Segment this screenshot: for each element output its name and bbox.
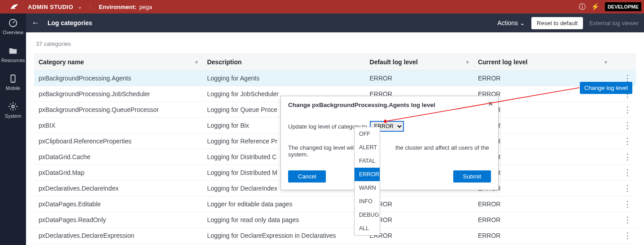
- cell-desc: Logger for editable data pages: [202, 196, 365, 212]
- app-switcher-chevron-icon[interactable]: ⌄: [78, 4, 82, 10]
- sidebar-item-overview[interactable]: Overview: [0, 13, 26, 41]
- table-row[interactable]: pxBackgroundProcessing.AgentsLogging for…: [34, 71, 636, 86]
- table-row[interactable]: pxDataPages.ReadOnlyLogging for read onl…: [34, 212, 636, 228]
- row-menu-icon[interactable]: ⋮: [612, 181, 636, 196]
- log-level-dropdown-list: OFFALERTFATALERRORWARNINFODEBUGALL: [354, 127, 380, 236]
- cell-def: ERROR: [365, 244, 473, 245]
- cell-name: pxDeclaratives.DeclareExpression: [34, 228, 202, 244]
- cell-name: pxDataPages.Editable: [34, 196, 202, 212]
- actions-menu[interactable]: Actions ⌄: [497, 19, 525, 27]
- cell-name: pxClipboard.ReferenceProperties: [34, 134, 202, 149]
- sidebar-item-label: Overview: [3, 30, 23, 35]
- table-row[interactable]: pxDeclaratives.DeclareExpressionLogging …: [34, 228, 636, 244]
- col-category-name[interactable]: Category name▾: [34, 54, 202, 71]
- row-menu-icon[interactable]: ⋮: [612, 102, 636, 118]
- sidebar-item-resources[interactable]: Resources: [0, 41, 26, 69]
- cell-def: ERROR: [365, 212, 473, 228]
- row-menu-icon[interactable]: ⋮: [612, 196, 636, 212]
- cell-name: pxDataPages.ReadOnly: [34, 212, 202, 228]
- left-sidebar: Overview Resources Mobile System: [0, 13, 26, 245]
- help-icon[interactable]: ⓘ: [579, 3, 586, 11]
- dropdown-option[interactable]: INFO: [355, 195, 380, 208]
- bolt-icon[interactable]: ⚡: [591, 3, 600, 11]
- app-title: ADMIN STUDIO: [26, 4, 73, 10]
- submit-button[interactable]: Submit: [453, 170, 491, 183]
- change-log-level-menu-item[interactable]: Change log level: [580, 82, 632, 94]
- cancel-button[interactable]: Cancel: [288, 170, 326, 183]
- cell-desc: Logging for DeclareExpression in Declara…: [202, 228, 365, 244]
- col-current-level[interactable]: Current log level▾: [473, 54, 612, 71]
- cell-name: pxDataGrid.Cache: [34, 149, 202, 165]
- page-title: Log categories: [48, 19, 92, 27]
- cell-def: ERROR: [365, 71, 473, 86]
- cell-name: pxDataGrid.Map: [34, 165, 202, 181]
- row-menu-icon[interactable]: ⋮: [612, 149, 636, 165]
- dev-tag: DEVELOPME: [605, 2, 641, 11]
- sub-bar: ← Log categories Actions ⌄ Reset to defa…: [26, 13, 644, 32]
- sidebar-item-label: Mobile: [6, 85, 20, 91]
- svg-point-3: [12, 105, 14, 108]
- row-menu-icon[interactable]: ⋮: [612, 165, 636, 181]
- close-icon[interactable]: ✕: [488, 100, 494, 108]
- cell-name: pxDeclaratives.DeclareIndex: [34, 181, 202, 196]
- cell-desc: Logging for Agents: [202, 71, 365, 86]
- pega-logo-icon: [3, 2, 26, 12]
- cell-name: pxBackgroundProcessing.JobScheduler: [34, 86, 202, 102]
- chevron-down-icon: ⌄: [520, 19, 525, 27]
- sidebar-item-system[interactable]: System: [0, 97, 26, 125]
- row-menu-icon[interactable]: ⋮: [612, 228, 636, 244]
- row-menu-icon[interactable]: ⋮: [612, 212, 636, 228]
- dropdown-option[interactable]: ALL: [355, 222, 380, 235]
- dropdown-option[interactable]: OFF: [355, 127, 380, 141]
- dropdown-option[interactable]: ERROR: [355, 168, 380, 181]
- change-log-level-dialog: Change pxBackgroundProcessing.Agents log…: [280, 96, 499, 190]
- dropdown-option[interactable]: ALERT: [355, 141, 380, 154]
- table-row[interactable]: pxHttpAPI.GeneralLog Category for all Ht…: [34, 244, 636, 245]
- table-row[interactable]: pxDataPages.EditableLogger for editable …: [34, 196, 636, 212]
- cell-desc: Logging for read only data pages: [202, 212, 365, 228]
- cell-cur: ERROR: [473, 196, 612, 212]
- environment-label: Environment:: [99, 4, 136, 10]
- svg-point-2: [13, 81, 13, 82]
- actions-label: Actions: [497, 19, 518, 27]
- chevron-down-icon: ▾: [605, 59, 607, 65]
- dialog-title: Change pxBackgroundProcessing.Agents log…: [288, 102, 491, 108]
- category-count: 37 categories: [34, 37, 636, 53]
- cell-name: pxBIX: [34, 118, 202, 134]
- sidebar-item-label: System: [5, 113, 22, 119]
- row-menu-icon[interactable]: ⋮: [612, 118, 636, 134]
- sidebar-item-label: Resources: [1, 58, 25, 63]
- cell-desc: Log Category for all HttpAPI logging: [202, 244, 365, 245]
- back-icon[interactable]: ←: [31, 18, 39, 28]
- cell-name: pxBackgroundProcessing.QueueProcessor: [34, 102, 202, 118]
- cell-def: ERROR: [365, 228, 473, 244]
- chevron-down-icon: ▾: [466, 59, 469, 65]
- external-log-viewer-link[interactable]: External log viewer: [589, 20, 639, 27]
- cell-cur: ERROR: [473, 244, 612, 245]
- cell-def: ERROR: [365, 196, 473, 212]
- dropdown-option[interactable]: DEBUG: [355, 208, 380, 222]
- col-default-level[interactable]: Default log level▾: [365, 54, 473, 71]
- chevron-down-icon: ▾: [195, 59, 198, 65]
- reset-to-default-button[interactable]: Reset to default: [531, 17, 583, 29]
- environment-value: pega: [139, 4, 152, 10]
- top-bar: ADMIN STUDIO ⌄ Environment: pega ⓘ ⚡ DEV…: [0, 0, 644, 13]
- dropdown-option[interactable]: FATAL: [355, 154, 380, 168]
- cell-name: pxHttpAPI.General: [34, 244, 202, 245]
- col-description[interactable]: Description: [202, 54, 365, 71]
- cell-cur: ERROR: [473, 228, 612, 244]
- cell-cur: ERROR: [473, 212, 612, 228]
- row-menu-icon[interactable]: ⋮: [612, 134, 636, 149]
- sidebar-item-mobile[interactable]: Mobile: [0, 69, 26, 97]
- dropdown-option[interactable]: WARN: [355, 181, 380, 195]
- cell-name: pxBackgroundProcessing.Agents: [34, 71, 202, 86]
- row-menu-icon[interactable]: ⋮: [612, 244, 636, 245]
